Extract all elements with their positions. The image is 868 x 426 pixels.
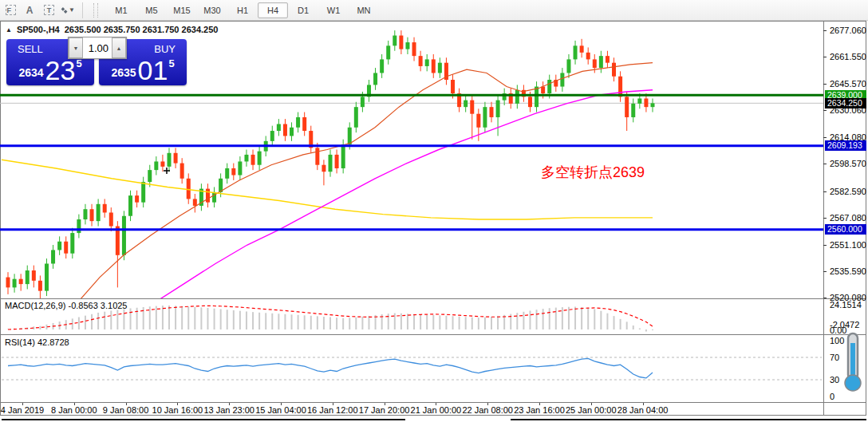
mt4-terminal: { "toolbar": { "icons": [ {"name":"fibon… [0,0,868,426]
rsi-tick-label: 70 [830,353,839,362]
sell-label[interactable]: SELL [18,43,43,55]
volume-input[interactable]: ▼ 1.00 ▲ [68,37,127,59]
time-tick-label: 10 Jan 16:00 [152,405,203,415]
toolbar-separator [82,2,83,18]
buy-price-big-figure: 2635 [111,66,136,79]
price-tick-mark [823,271,827,272]
price-tick-mark [823,30,827,31]
text-label-icon[interactable]: A [22,3,37,18]
price-level-badge: 2560.000 [825,224,866,235]
price-tick-mark [823,218,827,219]
timeframe-button-w1[interactable]: W1 [318,2,349,18]
collapse-icon[interactable]: ▲ [6,26,12,34]
text-icon[interactable]: T [41,3,56,18]
sell-price: 2634 23 5 [6,57,94,82]
rsi-tick-label: 0 [830,392,834,401]
time-tick-label: 22 Jan 08:00 [462,405,513,415]
timeframe-buttons: M1M5M15M30H1H4D1W1MN [106,2,379,18]
time-axis-border [0,402,866,403]
price-tick-mark [823,245,827,246]
buy-label[interactable]: BUY [154,43,176,55]
rsi-label: RSI(14) 42.8728 [5,337,69,347]
chart-title: ▲ SP500-,H4 2635.500 2635.750 2631.750 2… [6,25,218,34]
buy-price-point: 5 [168,57,174,69]
price-tick-mark [823,164,827,164]
time-tick-label: 13 Jan 23:00 [203,405,254,415]
sell-price-pips: 23 [45,58,76,82]
bottom-window-edges [0,416,868,426]
time-tick-label: 16 Jan 12:00 [307,405,358,415]
time-tick-label: 9 Jan 08:00 [103,405,149,415]
time-tick-label: 17 Jan 20:00 [359,405,410,415]
time-tick-label: 8 Jan 00:00 [51,405,97,415]
macd-tick-label: 24.1514 [830,300,862,310]
volume-increase-button[interactable]: ▲ [112,37,126,58]
timeframe-button-d1[interactable]: D1 [288,2,318,18]
time-tick-label: 15 Jan 04:00 [255,405,306,415]
price-tick-label: 2677.060 [830,26,866,35]
price-tick-mark [823,110,827,111]
timeframe-button-mn[interactable]: MN [349,2,379,18]
time-tick-label: 28 Jan 04:00 [617,405,669,415]
time-tick-label: 23 Jan 16:00 [514,405,565,415]
ohlc-values: 2635.500 2635.750 2631.750 2634.250 [65,25,219,34]
price-tick-mark [823,57,827,57]
time-tick-label: 4 Jan 2019 [1,405,44,415]
price-tick-mark [823,137,827,138]
lower-window-edge-left [2,419,405,420]
price-tick-mark [823,84,827,85]
timeframe-button-m30[interactable]: M30 [197,2,227,18]
rsi-tick-label: 30 [830,375,839,385]
timeframe-button-m15[interactable]: M15 [167,2,197,18]
lower-window-edge-right [511,419,866,420]
price-tick-label: 2645.570 [830,79,866,89]
sell-price-big-figure: 2634 [18,66,43,79]
price-tick-label: 2535.590 [830,266,866,276]
price-tick-label: 2567.080 [830,213,866,223]
price-tick-mark [823,298,827,298]
sell-price-point: 5 [76,57,81,69]
buy-price-pips: 01 [138,58,168,82]
volume-value[interactable]: 1.00 [83,37,112,58]
buy-price: 2635 01 5 [99,57,187,82]
volume-decrease-button[interactable]: ▼ [69,37,83,58]
thermometer-icon [839,332,866,392]
price-tick-mark [823,191,827,192]
time-tick-label: 21 Jan 00:00 [411,405,462,415]
one-click-trading-panel: SELL 2634 23 5 BUY 2635 01 5 ▼ 1.00 ▲ [6,37,187,86]
timeframe-button-h4[interactable]: H4 [258,2,288,18]
chart-text-annotation[interactable]: 多空转折点2639 [541,163,645,182]
arrows-tool-icon[interactable]: ▼ [61,3,75,18]
rsi-panel[interactable] [0,335,823,402]
time-tick-label: 25 Jan 00:00 [566,405,617,415]
timeframe-button-m5[interactable]: M5 [136,2,167,18]
price-tick-label: 2661.550 [830,52,866,61]
toolbar-grip [93,3,98,18]
toolbar: F A T ▼ M1M5M15M30H1H4D1W1MN [0,0,868,21]
price-tick-label: 2598.570 [830,159,866,168]
price-level-badge: 2634.250 [825,98,866,108]
timeframe-button-h1[interactable]: H1 [227,2,258,18]
fibonacci-icon[interactable]: F [3,3,18,18]
dropdown-caret-icon[interactable]: ▼ [69,6,75,14]
price-level-badge: 2609.193 [825,140,866,151]
price-tick-label: 2582.590 [830,187,866,196]
macd-label: MACD(12,26,9) -0.8563 3.1025 [5,301,127,310]
timeframe-button-m1[interactable]: M1 [106,2,136,18]
symbol-period-label: SP500-,H4 [17,25,60,34]
price-tick-label: 2551.100 [830,240,866,250]
